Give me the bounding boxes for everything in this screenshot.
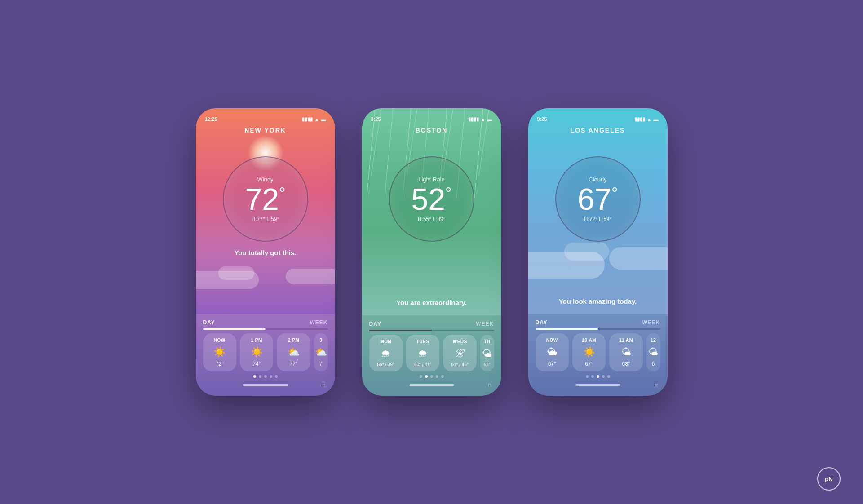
forecast-item: 2 PM ⛅ 77° — [277, 333, 310, 371]
ny-weather-top: 12:25 ▮▮▮▮ ▲ ▬ NEW YORK Windy 72° H:77° … — [196, 108, 335, 314]
forecast-temp: 7 — [319, 361, 323, 367]
boston-city: BOSTON — [416, 127, 448, 134]
dot — [430, 375, 433, 378]
dot — [275, 375, 278, 378]
forecast-sun-icon: ☀️ — [251, 346, 263, 358]
boston-tab-week[interactable]: WEEK — [476, 321, 494, 327]
ny-weather-bottom: DAY WEEK NOW ☀️ 72° 1 PM ☀️ — [196, 314, 335, 396]
forecast-temp: 77° — [290, 361, 298, 367]
boston-tab-slider-fill — [369, 330, 432, 331]
dot — [259, 375, 261, 378]
la-weather-bottom: DAY WEEK NOW 🌥 67° 10 AM ☀️ — [528, 314, 668, 396]
forecast-label: 2 PM — [288, 338, 299, 343]
phone-boston: 3:25 ▮▮▮▮ ▲ ▬ BOSTON Light Rain 52° H:55… — [362, 108, 501, 396]
boston-status-bar: 3:25 ▮▮▮▮ ▲ ▬ — [362, 114, 501, 122]
wifi-icon: ▲ — [481, 117, 486, 122]
forecast-cloud-sun-icon: 🌤 — [621, 346, 631, 358]
menu-icon[interactable]: ≡ — [322, 381, 326, 389]
home-indicator — [243, 384, 288, 386]
la-temp: 67° — [577, 184, 618, 214]
dot — [436, 375, 438, 378]
la-tab-slider-fill — [536, 328, 598, 330]
forecast-cloud-icon: ⛅ — [315, 346, 327, 358]
home-indicator — [575, 384, 620, 386]
ny-status-icons: ▮▮▮▮ ▲ ▬ — [302, 116, 326, 122]
forecast-temp: 74° — [252, 361, 261, 367]
battery-icon: ▬ — [487, 117, 492, 122]
forecast-item-now: NOW 🌥 67° — [536, 333, 569, 371]
ny-tabs: DAY WEEK — [203, 319, 328, 326]
ny-tab-slider — [203, 328, 328, 330]
ny-temp: 72° — [245, 184, 285, 214]
forecast-item-tues: TUES 🌧 60° / 41° — [406, 335, 439, 371]
phone-los-angeles: 9:25 ▮▮▮▮ ▲ ▬ LOS ANGELES Cloudy 67° H:7… — [528, 108, 668, 396]
ny-tab-week[interactable]: WEEK — [310, 319, 328, 326]
forecast-label: 12 — [651, 338, 656, 343]
forecast-label: 3 — [319, 338, 322, 343]
dot — [602, 375, 605, 378]
forecast-rain-icon: 🌧 — [381, 348, 391, 359]
dot — [264, 375, 267, 378]
forecast-temp-range: 51° / 45° — [451, 362, 469, 367]
boston-tab-day[interactable]: DAY — [369, 321, 381, 327]
ny-motivational: You totally got this. — [234, 249, 296, 265]
dot — [591, 375, 594, 378]
phones-container: 12:25 ▮▮▮▮ ▲ ▬ NEW YORK Windy 72° H:77° … — [196, 108, 668, 396]
la-status-bar: 9:25 ▮▮▮▮ ▲ ▬ — [528, 114, 668, 122]
forecast-cloud-sun-icon: 🌤 — [648, 346, 658, 358]
forecast-temp: 6 — [652, 361, 655, 367]
la-page-dots — [536, 375, 660, 378]
forecast-temp-range: 55° — [484, 362, 491, 367]
forecast-sun-icon: 🌤 — [482, 348, 492, 359]
ny-status-bar: 12:25 ▮▮▮▮ ▲ ▬ — [196, 114, 335, 122]
la-forecast-row: NOW 🌥 67° 10 AM ☀️ 67° 11 AM 🌤 68° — [536, 333, 660, 371]
menu-icon[interactable]: ≡ — [488, 381, 492, 389]
boston-motivational: You are extraordinary. — [396, 299, 467, 315]
ny-bottom-bar: ≡ — [203, 381, 328, 389]
forecast-label: 10 AM — [582, 338, 596, 343]
forecast-sun-icon: ☀️ — [213, 346, 226, 358]
signal-icon: ▮▮▮▮ — [634, 116, 645, 122]
forecast-item-11am: 11 AM 🌤 68° — [609, 333, 642, 371]
boston-temp-circle: Light Rain 52° H:55° L:39° — [389, 156, 474, 242]
boston-status-icons: ▮▮▮▮ ▲ ▬ — [468, 116, 492, 122]
la-motivational: You look amazing today. — [559, 297, 637, 314]
forecast-label: TH — [484, 339, 490, 344]
la-tab-day[interactable]: DAY — [536, 319, 548, 326]
dot — [420, 375, 422, 378]
ny-city: NEW YORK — [244, 127, 286, 134]
forecast-label: 1 PM — [251, 338, 262, 343]
forecast-label: NOW — [546, 338, 558, 343]
la-bottom-bar: ≡ — [536, 381, 660, 389]
boston-page-dots — [369, 375, 494, 378]
ny-hilo: H:77° L:59° — [252, 216, 279, 222]
ny-tab-day[interactable]: DAY — [203, 319, 215, 326]
boston-tabs: DAY WEEK — [369, 321, 494, 327]
forecast-cloud-icon: 🌥 — [547, 346, 557, 358]
dot — [586, 375, 589, 378]
forecast-item-weds: WEDS ⛈ 51° / 45° — [443, 335, 476, 371]
forecast-label: NOW — [214, 338, 226, 343]
logo-badge: pN — [817, 467, 841, 491]
forecast-rain-icon: 🌧 — [418, 348, 428, 359]
signal-icon: ▮▮▮▮ — [302, 116, 313, 122]
ny-page-dots — [203, 375, 328, 378]
menu-icon[interactable]: ≡ — [654, 381, 658, 389]
boston-weather-top: 3:25 ▮▮▮▮ ▲ ▬ BOSTON Light Rain 52° H:55… — [362, 108, 501, 315]
dot-active — [597, 375, 599, 378]
boston-bottom-bar: ≡ — [369, 381, 494, 389]
dot-active — [425, 375, 428, 378]
boston-hilo: H:55° L:39° — [418, 216, 446, 222]
wifi-icon: ▲ — [314, 117, 319, 122]
dot — [441, 375, 444, 378]
ny-forecast-row: NOW ☀️ 72° 1 PM ☀️ 74° 2 PM ⛅ 77° — [203, 333, 328, 371]
la-city: LOS ANGELES — [571, 127, 625, 134]
phone-new-york: 12:25 ▮▮▮▮ ▲ ▬ NEW YORK Windy 72° H:77° … — [196, 108, 335, 396]
battery-icon: ▬ — [321, 117, 326, 122]
la-tab-week[interactable]: WEEK — [642, 319, 660, 326]
forecast-item-10am: 10 AM ☀️ 67° — [572, 333, 606, 371]
la-weather-top: 9:25 ▮▮▮▮ ▲ ▬ LOS ANGELES Cloudy 67° H:7… — [528, 108, 668, 314]
logo-text: pN — [825, 476, 832, 482]
la-hilo: H:72° L:59° — [584, 216, 612, 222]
forecast-item: 1 PM ☀️ 74° — [240, 333, 273, 371]
